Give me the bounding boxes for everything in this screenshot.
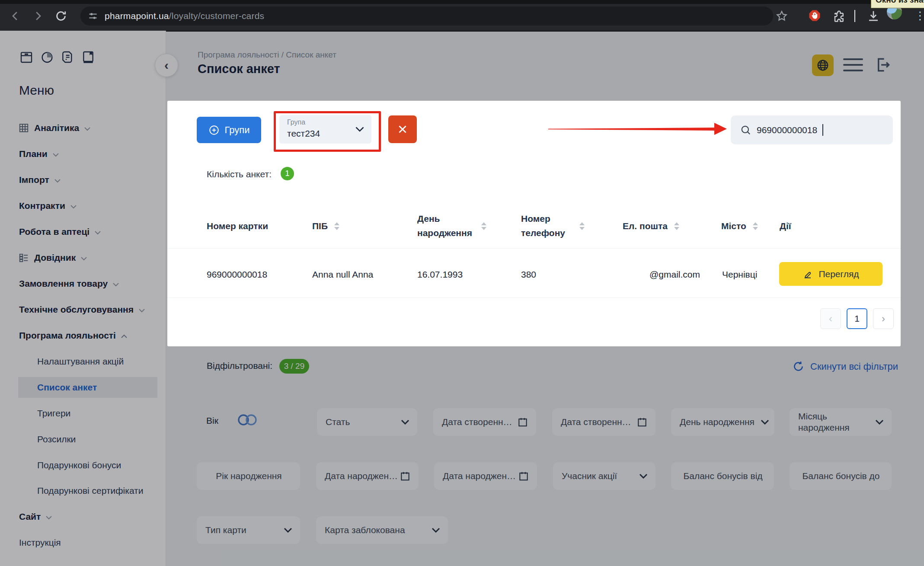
- sort-icon[interactable]: [334, 222, 339, 230]
- col-card-number: Номер картки: [207, 205, 268, 248]
- clear-group-button[interactable]: [388, 115, 417, 143]
- reload-icon[interactable]: [54, 10, 67, 22]
- cell-birthday: 16.07.1993: [417, 253, 463, 296]
- col-actions: Дії: [780, 205, 791, 248]
- annotation-arrow-head: [714, 123, 727, 135]
- download-icon[interactable]: [867, 10, 880, 22]
- browser-toolbar: pharmapoint.ua/loyalty/customer-cards ⋮: [0, 0, 924, 32]
- pagination-prev-button[interactable]: ‹: [820, 308, 841, 329]
- annotation-tooltip: Окно из зна-ч: [871, 0, 924, 8]
- cell-city: Чернівці: [722, 253, 757, 296]
- plus-circle-icon: [208, 125, 220, 136]
- col-name[interactable]: ПІБ: [312, 205, 339, 248]
- search-input[interactable]: 969000000018: [731, 115, 893, 144]
- edit-pencil-icon: [803, 269, 813, 279]
- annotation-red-box: [274, 111, 381, 152]
- pagination-current-page[interactable]: 1: [847, 308, 867, 329]
- toolbar-separator: [854, 10, 855, 22]
- sort-icon[interactable]: [579, 222, 585, 230]
- search-icon: [740, 125, 751, 136]
- pagination-next-button[interactable]: ›: [873, 308, 894, 329]
- divider: [167, 248, 901, 249]
- cell-phone: 380: [521, 253, 536, 296]
- chevron-right-icon: ›: [882, 313, 885, 325]
- col-birthday[interactable]: День народження: [417, 205, 486, 248]
- text-caret: [822, 124, 823, 136]
- chevron-left-icon: ‹: [829, 313, 832, 325]
- url-domain: pharmapoint.ua: [105, 11, 169, 21]
- forward-icon[interactable]: [32, 10, 45, 22]
- sort-icon[interactable]: [753, 222, 758, 230]
- sort-icon[interactable]: [674, 222, 679, 230]
- count-label: Кількість анкет:: [207, 169, 272, 179]
- cell-name: Anna null Anna: [312, 253, 373, 296]
- divider: [167, 297, 901, 298]
- col-city[interactable]: Місто: [721, 205, 758, 248]
- url-bar[interactable]: pharmapoint.ua/loyalty/customer-cards: [80, 6, 773, 26]
- col-email[interactable]: Ел. пошта: [623, 205, 679, 248]
- cell-email: @gmail.com: [649, 253, 700, 296]
- count-badge: 1: [281, 167, 294, 180]
- back-icon[interactable]: [9, 10, 22, 22]
- adblock-icon[interactable]: [808, 9, 821, 22]
- sort-icon[interactable]: [481, 222, 486, 230]
- groups-button[interactable]: Групи: [197, 117, 261, 143]
- search-value: 969000000018: [757, 125, 817, 135]
- kebab-menu-icon[interactable]: ⋮: [914, 8, 924, 23]
- close-icon: [397, 124, 408, 135]
- extensions-puzzle-icon[interactable]: [833, 10, 846, 22]
- col-phone[interactable]: Номер телефону: [521, 205, 585, 248]
- screen: pharmapoint.ua/loyalty/customer-cards ⋮ …: [0, 0, 924, 566]
- site-info-icon[interactable]: [87, 10, 99, 22]
- cell-card-number: 969000000018: [207, 253, 267, 296]
- view-button[interactable]: Перегляд: [779, 262, 882, 286]
- url-path: /loyalty/customer-cards: [169, 11, 265, 21]
- bookmark-star-icon[interactable]: [775, 10, 788, 22]
- window-edge: [0, 0, 924, 4]
